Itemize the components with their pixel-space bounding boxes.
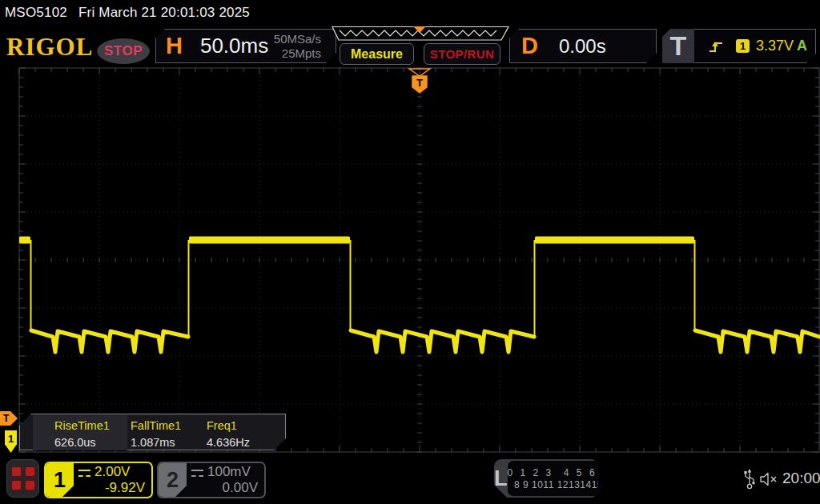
measurement-value: 626.0us — [54, 436, 128, 449]
channel2-scale: 100mV — [207, 464, 251, 480]
measurement-name: FallTime1 — [131, 419, 204, 432]
menu-square-icon — [25, 480, 35, 490]
menu-grid-button[interactable] — [6, 459, 39, 498]
measurement-item: RiseTime1 626.0us — [54, 419, 128, 449]
measurement-item: Freq1 4.636Hz — [207, 419, 280, 449]
logic-channels-8-15: 8 9 1011 12131415 — [514, 479, 598, 490]
channel2-tab: 2 — [159, 463, 187, 497]
waveform-trace — [19, 237, 819, 353]
menu-square-icon — [11, 466, 22, 477]
menu-square-icon — [25, 466, 35, 477]
channel1-info: 2.00V -9.92V — [74, 463, 151, 497]
channel2-offset: 0.00V — [191, 480, 258, 496]
svg-text:T: T — [416, 77, 423, 89]
dc-coupling-icon — [78, 470, 90, 477]
logic-channels-0-7: 0 1 2 3 4 5 6 7 — [508, 467, 599, 478]
usb-icon — [743, 469, 756, 490]
speaker-muted-icon[interactable] — [759, 472, 782, 486]
channel1-box[interactable]: 1 2.00V -9.92V — [44, 462, 153, 498]
measurement-name: RiseTime1 — [54, 419, 128, 432]
channel2-info: 100mV 0.00V — [187, 463, 264, 497]
grid-lines — [19, 68, 819, 452]
measurement-name: Freq1 — [207, 419, 280, 432]
channel1-tab: 1 — [46, 463, 74, 497]
channel2-box[interactable]: 2 100mV 0.00V — [157, 462, 266, 498]
oscilloscope-screen: MSO5102Fri March 21 20:01:03 2025 RIGOL … — [0, 0, 820, 504]
menu-square-icon — [11, 480, 22, 490]
channel1-number: 1 — [54, 468, 66, 493]
measurement-value: 1.087ms — [131, 436, 204, 449]
channel2-number: 2 — [167, 468, 179, 493]
logic-analyzer-box[interactable]: L 0 1 2 3 4 5 6 7 8 9 1011 12131415 — [494, 459, 598, 498]
measurement-item: FallTime1 1.087ms — [131, 419, 204, 449]
channel1-offset: -9.92V — [78, 480, 145, 496]
channel1-scale: 2.00V — [94, 464, 130, 480]
measurement-panel[interactable]: RiseTime1 626.0us FallTime1 1.087ms Freq… — [19, 414, 286, 450]
dc-coupling-icon — [191, 470, 203, 477]
clock: 20:00 — [782, 470, 820, 487]
measurement-value: 4.636Hz — [207, 436, 280, 449]
logic-channel-list: 0 1 2 3 4 5 6 7 8 9 1011 12131415 — [508, 461, 599, 496]
